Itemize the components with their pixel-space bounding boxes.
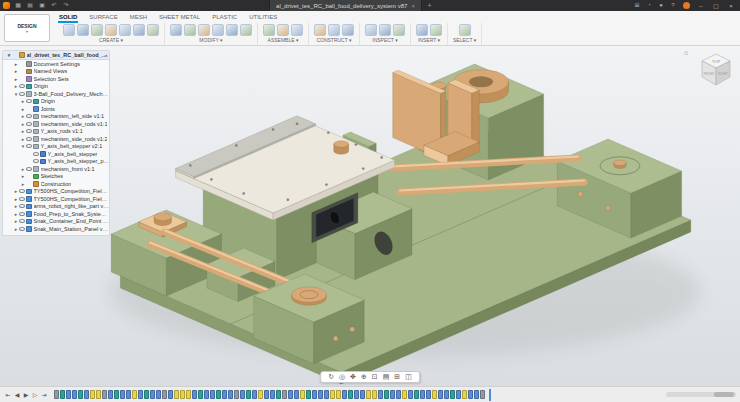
browser-tree-item[interactable]: ▸Snak_Main_Station_Panel v3:1: [3, 225, 109, 233]
visibility-eye-icon[interactable]: [19, 197, 25, 201]
maximize-button[interactable]: ▢: [710, 2, 722, 9]
decal-tool-icon[interactable]: [430, 24, 442, 36]
visibility-eye-icon[interactable]: [19, 227, 25, 231]
visibility-eye-icon[interactable]: [26, 99, 32, 103]
timeline-feature-feature[interactable]: [468, 390, 473, 399]
view-cube[interactable]: ⌂ TOP FRONT RIGHT: [684, 49, 736, 91]
tree-expand-icon[interactable]: ▸: [20, 173, 26, 179]
model-viewport[interactable]: ◂ ▾al_drivet_tes_RC_ball_food_de... v87▸…: [0, 46, 740, 386]
new-document-tab-button[interactable]: +: [425, 2, 434, 9]
timeline-feature-sketch[interactable]: [306, 390, 311, 399]
fit-icon[interactable]: ⊡: [372, 371, 378, 383]
visibility-eye-icon[interactable]: [19, 212, 25, 216]
browser-tree-item[interactable]: Y_axis_belt_stepper: [3, 150, 109, 158]
new-component-tool-icon[interactable]: [263, 24, 275, 36]
browser-tree-item[interactable]: ▸Origin: [3, 83, 109, 91]
timeline-feature-joint[interactable]: [366, 390, 371, 399]
undo-icon[interactable]: ↶: [49, 0, 59, 11]
close-button[interactable]: ×: [725, 3, 737, 9]
timeline-feature-sketch[interactable]: [246, 390, 251, 399]
browser-tree-item[interactable]: ▸Food_Prep_to_Snak_System v4:1: [3, 210, 109, 218]
shell-tool-icon[interactable]: [198, 24, 210, 36]
visibility-eye-icon[interactable]: [19, 219, 25, 223]
redo-icon[interactable]: ↷: [61, 0, 71, 11]
timeline-feature-feature[interactable]: [456, 390, 461, 399]
press-pull-tool-icon[interactable]: [170, 24, 182, 36]
timeline-begin-icon[interactable]: ⇤: [4, 391, 12, 398]
browser-tree-item[interactable]: ▸mechanism_left_side v1:1: [3, 113, 109, 121]
browser-tree-item[interactable]: ▸Document Settings: [3, 60, 109, 68]
timeline-feature-sketch[interactable]: [216, 390, 221, 399]
timeline-zoom-slider[interactable]: [666, 392, 736, 397]
ribbon-group-label-construct[interactable]: CONSTRUCT ▾: [316, 36, 351, 45]
timeline-feature-joint[interactable]: [186, 390, 191, 399]
help-icon[interactable]: ?: [668, 0, 678, 11]
browser-tree-item[interactable]: ▸mechanism_side_rods v1:2: [3, 135, 109, 143]
timeline-feature-feature[interactable]: [420, 390, 425, 399]
timeline-feature-component[interactable]: [54, 390, 59, 399]
timeline-feature-sketch[interactable]: [450, 390, 455, 399]
timeline-feature-joint[interactable]: [258, 390, 263, 399]
data-panel-toggle-icon[interactable]: ▦: [13, 0, 23, 11]
visibility-eye-icon[interactable]: [19, 92, 25, 96]
timeline-feature-feature[interactable]: [84, 390, 89, 399]
browser-tree-item[interactable]: ▸Selection Sets: [3, 75, 109, 83]
rigid-group-tool-icon[interactable]: [291, 24, 303, 36]
tree-expand-icon[interactable]: ▸: [13, 76, 19, 82]
timeline-feature-feature[interactable]: [360, 390, 365, 399]
ribbon-group-label-create[interactable]: CREATE ▾: [99, 36, 123, 45]
visibility-eye-icon[interactable]: [19, 84, 25, 88]
tree-collapse-icon[interactable]: ▾: [6, 52, 12, 58]
grid-settings-icon[interactable]: ⊞: [394, 371, 400, 383]
notifications-icon[interactable]: ●: [656, 0, 666, 11]
browser-tree-item[interactable]: ▸TY500HS_Competition_Field v36:1: [3, 188, 109, 196]
browser-root-row[interactable]: ▾al_drivet_tes_RC_ball_food_de... v87: [3, 51, 109, 60]
timeline-feature-joint[interactable]: [432, 390, 437, 399]
timeline-feature-component[interactable]: [234, 390, 239, 399]
timeline-feature-joint[interactable]: [132, 390, 137, 399]
home-view-icon[interactable]: ⌂: [684, 49, 688, 56]
zoom-icon[interactable]: ⊕: [361, 371, 367, 383]
loft-tool-icon[interactable]: [133, 24, 145, 36]
visibility-eye-icon[interactable]: [19, 204, 25, 208]
measure-tool-icon[interactable]: [365, 24, 377, 36]
timeline-track[interactable]: [54, 390, 485, 399]
timeline-feature-feature[interactable]: [156, 390, 161, 399]
visibility-eye-icon[interactable]: [26, 144, 32, 148]
document-tab-close-icon[interactable]: ×: [411, 3, 415, 9]
timeline-feature-feature[interactable]: [108, 390, 113, 399]
timeline-feature-joint[interactable]: [402, 390, 407, 399]
point-tool-icon[interactable]: [342, 24, 354, 36]
file-menu-icon[interactable]: ▤: [25, 0, 35, 11]
box-tool-icon[interactable]: [77, 24, 89, 36]
orbit-icon[interactable]: ↻: [328, 371, 334, 383]
minimize-button[interactable]: –: [695, 3, 707, 9]
timeline-feature-feature[interactable]: [438, 390, 443, 399]
workspace-selector[interactable]: DESIGN ▾: [4, 14, 50, 42]
joint-tool-icon[interactable]: [277, 24, 289, 36]
combine-tool-icon[interactable]: [212, 24, 224, 36]
timeline-feature-feature[interactable]: [426, 390, 431, 399]
browser-tree-item[interactable]: ▸Snak_Container_End_Point v2:1: [3, 218, 109, 226]
timeline-feature-feature[interactable]: [240, 390, 245, 399]
timeline-feature-joint[interactable]: [336, 390, 341, 399]
timeline-feature-component[interactable]: [282, 390, 287, 399]
timeline-feature-component[interactable]: [162, 390, 167, 399]
timeline-feature-sketch[interactable]: [348, 390, 353, 399]
timeline-feature-feature[interactable]: [120, 390, 125, 399]
browser-tree-item[interactable]: Y_axis_belt_stepper_pulley: [3, 158, 109, 166]
ribbon-group-label-insert[interactable]: INSERT ▾: [418, 36, 440, 45]
timeline-feature-feature[interactable]: [228, 390, 233, 399]
ribbon-tab-mesh[interactable]: MESH: [129, 11, 148, 23]
timeline-feature-feature[interactable]: [264, 390, 269, 399]
timeline-feature-feature[interactable]: [126, 390, 131, 399]
save-icon[interactable]: ▣: [37, 0, 47, 11]
browser-tree-item[interactable]: ▸arms_robot_right_like_part v8:1: [3, 203, 109, 211]
timeline-feature-joint[interactable]: [174, 390, 179, 399]
timeline-feature-feature[interactable]: [222, 390, 227, 399]
timeline-feature-feature[interactable]: [378, 390, 383, 399]
browser-tree-item[interactable]: ▸Origin: [3, 98, 109, 106]
viewports-icon[interactable]: ◫: [405, 371, 412, 383]
timeline-feature-feature[interactable]: [192, 390, 197, 399]
browser-tree-item[interactable]: ▸TY500HS_Competition_Field v36:2: [3, 195, 109, 203]
